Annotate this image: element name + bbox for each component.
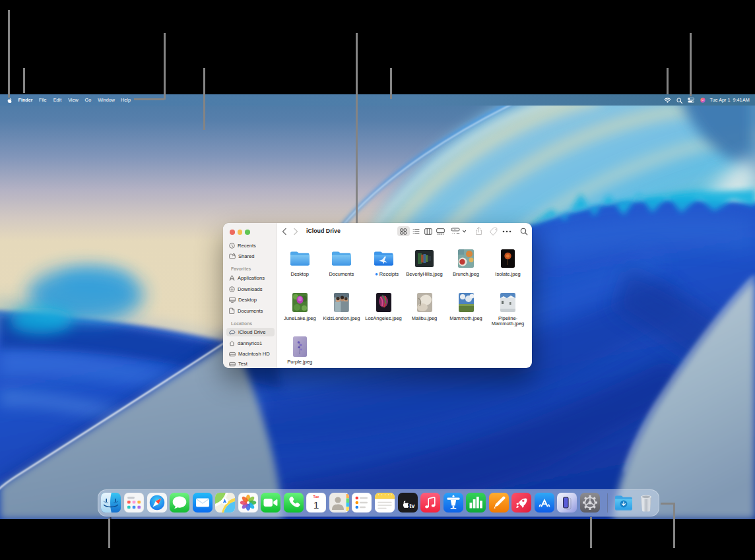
svg-text:Tue: Tue [313,495,319,499]
svg-text:1: 1 [313,499,319,511]
svg-text:tv: tv [409,502,415,509]
